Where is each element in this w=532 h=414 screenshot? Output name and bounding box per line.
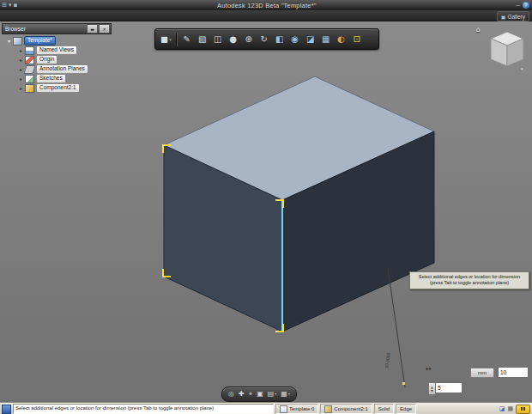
sketch-icon[interactable]: ✎ [179, 32, 195, 47]
primitives-menu-button[interactable]: ◼ ▾ [158, 33, 174, 45]
viewcube-menu-icon[interactable]: ▾ [521, 66, 523, 71]
origin-icon [25, 56, 34, 64]
tree-item-origin[interactable]: ▸ Origin [2, 55, 112, 64]
orbit-icon[interactable]: ◎ [227, 390, 236, 399]
browser-panel: Browser ▬ ✕ ▾ Template* ▸ Named Views ▸ … [2, 23, 112, 93]
annotation-planes-icon [23, 65, 35, 74]
status-field-solid: Solid [374, 404, 394, 414]
tree-item-component[interactable]: ▸ Component2:1 [2, 83, 112, 93]
tree-item-annotation-planes[interactable]: ▸ Annotation Planes [2, 64, 112, 74]
tree-item-label[interactable]: Component2:1 [36, 83, 80, 93]
tree-item-label[interactable]: Sketches [36, 74, 66, 83]
pan-icon[interactable]: ✚ [237, 390, 246, 399]
beta-timer-badge [516, 405, 530, 414]
primitives-menu-icon: ◼ [160, 33, 168, 45]
status-bar: Select additional edges or location for … [0, 402, 532, 414]
expand-arrow-icon[interactable]: ▸ [19, 47, 23, 53]
tree-item-label[interactable]: Origin [36, 55, 57, 64]
chevron-down-icon: ▾ [275, 390, 276, 399]
title-bar: ⊞ ▾ ▪ Autodesk 123D Beta "Template*" – ? [0, 0, 532, 10]
help-icon[interactable]: ? [523, 2, 529, 9]
tree-item-label[interactable]: Named Views [36, 46, 77, 55]
dimension-primary-input[interactable] [498, 367, 529, 378]
dimension-secondary-input[interactable] [435, 382, 462, 393]
status-field-label: Template:0 [289, 406, 314, 411]
display-settings-icon[interactable]: ▤▾ [266, 390, 279, 399]
material-icon[interactable]: ◐ [334, 32, 349, 47]
expand-arrow-icon[interactable]: ▸ [19, 85, 23, 91]
tree-item-sketches[interactable]: ▸ Sketches [2, 74, 112, 83]
expand-arrow-icon[interactable]: ▾ [7, 38, 11, 44]
gallery-label: Gallery [507, 14, 525, 20]
document-icon [280, 405, 287, 413]
named-views-icon [25, 46, 34, 55]
template-icon [13, 37, 22, 46]
titlebar-left-icons: ⊞ ▾ ▪ [2, 1, 17, 9]
gallery-button[interactable]: ▣ Gallery [497, 11, 529, 21]
expand-arrow-icon[interactable]: ▸ [19, 57, 23, 63]
dimension-flip-icon[interactable]: ↔ [426, 365, 432, 373]
chevron-down-icon: ▾ [288, 390, 290, 399]
shell-icon[interactable]: ◧ [272, 32, 287, 47]
status-field-edge: Edge [396, 404, 416, 414]
snap-point [402, 382, 405, 385]
status-message: Select additional edges or location for … [13, 404, 274, 414]
app-icon[interactable]: ⊞ [2, 1, 7, 9]
tree-item-template[interactable]: ▾ Template* [2, 36, 112, 46]
browser-close-icon[interactable]: ✕ [99, 24, 110, 33]
revolve-icon[interactable]: ↻ [257, 32, 272, 47]
quick-menu-icon[interactable]: ▾ [9, 1, 12, 9]
combine-icon[interactable]: ◉ [287, 32, 303, 47]
home-icon[interactable]: ⌂ [476, 26, 481, 33]
grid-settings-icon[interactable]: ▦▾ [279, 390, 292, 399]
browser-tree: ▾ Template* ▸ Named Views ▸ Origin ▸ Ann… [2, 36, 112, 93]
box-icon[interactable]: ▧ [195, 32, 210, 47]
toolbar-separator [176, 33, 178, 46]
dimension-tooltip: Select additional edges or location for … [409, 271, 529, 289]
tree-item-named-views[interactable]: ▸ Named Views [2, 46, 112, 55]
component-icon [324, 405, 332, 413]
grid-toggle-icon[interactable]: ▦ [507, 405, 513, 412]
unit-button[interactable]: mm [470, 368, 494, 378]
minimize-icon[interactable]: – [517, 2, 520, 9]
tree-item-label[interactable]: Template* [24, 36, 56, 46]
expand-arrow-icon[interactable]: ▸ [19, 66, 23, 72]
zoom-icon[interactable]: ⌖ [247, 390, 255, 399]
snapshot-icon[interactable]: ⊡ [349, 32, 365, 47]
status-field-label: Component2:1 [334, 406, 367, 411]
sketches-icon [25, 75, 34, 83]
status-field-component: Component2:1 [320, 404, 372, 414]
move-icon[interactable]: ⊕ [241, 32, 257, 47]
browser-header[interactable]: Browser ▬ ✕ [2, 23, 112, 34]
navigation-bar: ◎ ✚ ⌖ ▣ ▤▾ ▦▾ [221, 387, 297, 402]
gallery-icon: ▣ [501, 14, 506, 20]
status-field-label: Solid [378, 406, 390, 411]
window-title: Autodesk 123D Beta "Template*" [17, 2, 516, 9]
main-toolbar: ◼ ▾ ✎ ▧ ◫ ● ⊕ ↻ ◧ ◉ ◪ ▦ ◐ ⊡ [154, 28, 379, 50]
split-icon[interactable]: ◪ [303, 32, 318, 47]
status-field-label: Edge [400, 406, 412, 411]
tooltip-line-1: Select additional edges or location for … [410, 274, 529, 280]
sphere-icon[interactable]: ● [226, 32, 241, 47]
fit-icon[interactable]: ▣ [255, 390, 265, 399]
selection-filter-icon[interactable]: ◪ [499, 405, 505, 412]
expand-arrow-icon[interactable]: ▸ [19, 76, 23, 82]
tooltip-line-2: (press Tab to toggle annotation plane) [410, 280, 529, 286]
component-icon [25, 84, 34, 93]
status-field-template: Template:0 [275, 404, 318, 414]
tree-item-label[interactable]: Annotation Planes [36, 64, 88, 74]
cylinder-icon[interactable]: ◫ [210, 32, 226, 47]
browser-collapse-icon[interactable]: ▬ [87, 24, 98, 33]
pattern-icon[interactable]: ▦ [318, 32, 334, 47]
status-app-icon [2, 405, 11, 414]
menu-bar: ▣ Gallery [0, 10, 532, 21]
browser-title: Browser [5, 26, 26, 32]
chevron-down-icon: ▾ [169, 37, 172, 42]
view-cube[interactable] [486, 29, 529, 70]
